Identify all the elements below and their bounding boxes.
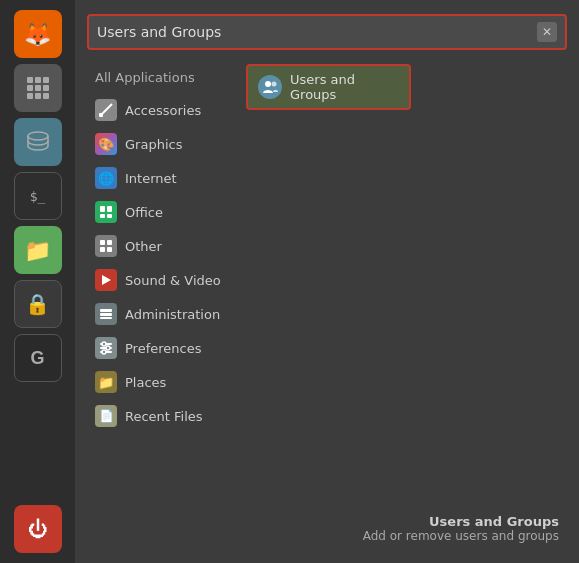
administration-icon (95, 303, 117, 325)
category-list: All Applications Accessories 🎨 Graphics … (87, 64, 242, 551)
category-other[interactable]: Other (87, 229, 242, 263)
svg-point-18 (102, 342, 106, 346)
svg-rect-6 (107, 214, 112, 218)
files-icon: 📁 (24, 238, 51, 263)
recent-files-label: Recent Files (125, 409, 203, 424)
svg-rect-12 (100, 309, 112, 312)
all-apps-label: All Applications (95, 70, 195, 85)
users-and-groups-result-label: Users and Groups (290, 72, 399, 102)
internet-icon: 🌐 (95, 167, 117, 189)
firefox-icon: 🦊 (24, 22, 51, 47)
sound-video-icon (95, 269, 117, 291)
svg-rect-2 (99, 113, 103, 117)
sidebar-icon-db[interactable] (14, 118, 62, 166)
category-all-apps[interactable]: All Applications (87, 64, 242, 93)
administration-label: Administration (125, 307, 220, 322)
sidebar-icon-firefox[interactable]: 🦊 (14, 10, 62, 58)
other-label: Other (125, 239, 162, 254)
db-icon (25, 129, 51, 155)
svg-rect-8 (107, 240, 112, 245)
places-label: Places (125, 375, 166, 390)
svg-rect-9 (100, 247, 105, 252)
main-area: ✕ All Applications Accessories 🎨 Graphic… (75, 0, 579, 563)
category-recent-files[interactable]: 📄 Recent Files (87, 399, 242, 433)
grub-icon: G (30, 348, 44, 369)
svg-point-19 (106, 346, 110, 350)
category-office[interactable]: Office (87, 195, 242, 229)
sidebar-icon-grub[interactable]: G (14, 334, 62, 382)
recent-files-icon: 📄 (95, 405, 117, 427)
svg-rect-3 (100, 206, 105, 212)
places-icon: 📁 (95, 371, 117, 393)
graphics-label: Graphics (125, 137, 182, 152)
results-area: Users and Groups Users and Groups Add or… (242, 64, 567, 551)
svg-rect-4 (107, 206, 112, 212)
category-sound-video[interactable]: Sound & Video (87, 263, 242, 297)
users-and-groups-result[interactable]: Users and Groups (246, 64, 411, 110)
category-graphics[interactable]: 🎨 Graphics (87, 127, 242, 161)
svg-marker-11 (102, 275, 111, 285)
svg-point-0 (28, 132, 48, 140)
sidebar-icon-lock[interactable]: 🔒 (14, 280, 62, 328)
graphics-icon: 🎨 (95, 133, 117, 155)
svg-point-20 (102, 350, 106, 354)
app-grid-icon (27, 77, 49, 99)
office-icon (95, 201, 117, 223)
category-places[interactable]: 📁 Places (87, 365, 242, 399)
office-label: Office (125, 205, 163, 220)
category-administration[interactable]: Administration (87, 297, 242, 331)
category-accessories[interactable]: Accessories (87, 93, 242, 127)
category-preferences[interactable]: Preferences (87, 331, 242, 365)
svg-point-22 (272, 82, 277, 87)
search-input[interactable] (97, 24, 537, 40)
terminal-icon: $_ (30, 189, 46, 204)
power-icon: ⏻ (28, 517, 48, 541)
internet-label: Internet (125, 171, 177, 186)
app-name-label: Users and Groups (363, 514, 559, 529)
accessories-icon (95, 99, 117, 121)
svg-rect-14 (100, 317, 112, 319)
sidebar-icon-terminal[interactable]: $_ (14, 172, 62, 220)
app-description-label: Add or remove users and groups (363, 529, 559, 543)
sidebar-icon-files[interactable]: 📁 (14, 226, 62, 274)
search-clear-button[interactable]: ✕ (537, 22, 557, 42)
svg-rect-5 (100, 214, 105, 218)
preferences-label: Preferences (125, 341, 201, 356)
search-bar: ✕ (87, 14, 567, 50)
content-area: All Applications Accessories 🎨 Graphics … (87, 64, 567, 551)
sidebar-icon-apps[interactable] (14, 64, 62, 112)
svg-rect-7 (100, 240, 105, 245)
lock-icon: 🔒 (25, 292, 50, 316)
preferences-icon (95, 337, 117, 359)
sidebar: 🦊 $_ 📁 🔒 G ⏻ (0, 0, 75, 563)
accessories-label: Accessories (125, 103, 201, 118)
users-and-groups-icon (258, 75, 282, 99)
category-internet[interactable]: 🌐 Internet (87, 161, 242, 195)
svg-rect-13 (100, 313, 112, 316)
sidebar-icon-power[interactable]: ⏻ (14, 505, 62, 553)
svg-point-21 (265, 81, 271, 87)
app-description-area: Users and Groups Add or remove users and… (363, 514, 559, 543)
svg-rect-10 (107, 247, 112, 252)
sound-video-label: Sound & Video (125, 273, 221, 288)
other-icon (95, 235, 117, 257)
